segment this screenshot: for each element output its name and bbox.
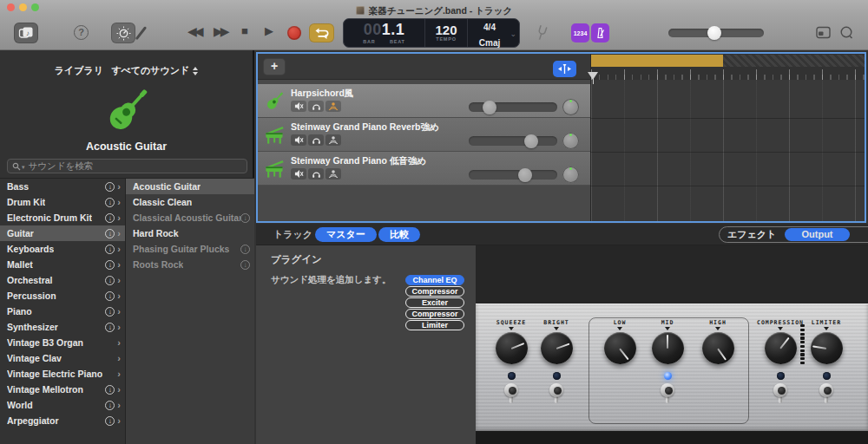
download-icon[interactable]: ↓ (105, 182, 115, 192)
stop-button[interactable]: ■ (241, 24, 248, 37)
track-row-harpsichord[interactable]: Harpsichord風 (258, 84, 590, 118)
tab-output[interactable]: Output (785, 228, 849, 241)
editors-pencil-icon[interactable] (135, 26, 147, 40)
sidebar-category-piano[interactable]: Piano↓› (0, 304, 125, 319)
download-icon[interactable]: ↓ (105, 416, 115, 426)
download-icon[interactable]: ↓ (240, 213, 250, 223)
sidebar-category-electronic-drum-kit[interactable]: Electronic Drum Kit↓› (0, 210, 125, 225)
sidebar-category-orchestral[interactable]: Orchestral↓› (0, 272, 125, 288)
amp-knob-bright[interactable] (541, 332, 573, 364)
amp-toggle-squeeze[interactable] (503, 383, 519, 406)
monitor-button[interactable] (326, 101, 341, 112)
sidebar-category-vintage-electric-piano[interactable]: Vintage Electric Piano› (0, 366, 125, 382)
download-icon[interactable]: ↓ (105, 213, 115, 223)
tab-eq[interactable]: EQ (851, 227, 868, 242)
plugin-button-compressor[interactable]: Compressor (405, 309, 464, 319)
amp-toggle-limiter[interactable] (819, 383, 834, 406)
display-mode-icon[interactable] (816, 26, 831, 39)
tab-item[interactable]: トラック (273, 228, 312, 241)
download-icon[interactable]: ↓ (105, 276, 115, 285)
patch-item-classical-acoustic-guitar[interactable]: Classical Acoustic Guitar↓ (126, 210, 254, 225)
monitor-button[interactable] (326, 168, 341, 180)
sidebar-category-drum-kit[interactable]: Drum Kit↓› (0, 194, 125, 210)
download-icon[interactable]: ↓ (105, 229, 115, 238)
download-icon[interactable]: ↓ (105, 385, 115, 395)
download-icon[interactable]: ↓ (105, 198, 115, 207)
plugin-button-exciter[interactable]: Exciter (405, 297, 464, 308)
sidebar-category-mallet[interactable]: Mallet↓› (0, 257, 125, 272)
quick-help-icon[interactable] (839, 25, 854, 40)
download-icon[interactable]: ↓ (240, 260, 250, 270)
mute-button[interactable] (291, 134, 306, 146)
pan-knob[interactable] (562, 166, 579, 183)
play-button[interactable]: ▶ (265, 24, 273, 37)
cycle-region[interactable] (591, 55, 723, 67)
tab-item[interactable]: 比較 (378, 227, 420, 242)
plugin-button-limiter[interactable]: Limiter (405, 320, 464, 330)
pan-knob[interactable] (562, 133, 579, 149)
download-icon[interactable]: ↓ (105, 245, 115, 254)
download-icon[interactable]: ↓ (105, 291, 115, 301)
sidebar-category-synthesizer[interactable]: Synthesizer↓› (0, 319, 125, 335)
sidebar-category-percussion[interactable]: Percussion↓› (0, 288, 125, 304)
lcd-display[interactable]: 001.1 BARBEAT 120 TEMPO 4/4 Cmaj ⌄ (343, 18, 520, 48)
track-volume-thumb[interactable] (483, 101, 496, 114)
sidebar-category-vintage-clav[interactable]: Vintage Clav› (0, 350, 125, 366)
tuning-fork-icon[interactable] (534, 24, 549, 42)
add-track-button[interactable]: + (263, 58, 286, 75)
amp-knob-low[interactable] (604, 332, 636, 364)
amp-toggle-mid[interactable] (660, 383, 675, 406)
library-button[interactable]: ♪ (14, 23, 38, 43)
library-filter[interactable]: すべてのサウンド (111, 65, 189, 75)
tab-item[interactable]: エフェクト (720, 227, 784, 242)
download-icon[interactable]: ↓ (105, 307, 115, 317)
sidebar-category-world[interactable]: World↓› (0, 397, 125, 413)
sort-toggle-icon[interactable] (193, 67, 198, 75)
patch-item-classic-clean[interactable]: Classic Clean (126, 194, 254, 210)
mute-button[interactable] (291, 101, 306, 112)
timeline-ruler[interactable]: 13579 (590, 54, 865, 80)
download-icon[interactable]: ↓ (105, 401, 115, 410)
record-button[interactable] (287, 26, 301, 40)
sidebar-category-keyboards[interactable]: Keyboards↓› (0, 241, 125, 257)
lcd-key-segment[interactable]: 4/4 Cmaj (468, 19, 511, 47)
count-in-button[interactable]: 1234 (571, 23, 589, 42)
sidebar-category-bass[interactable]: Bass↓› (0, 179, 125, 194)
amp-knob-high[interactable] (702, 332, 734, 364)
track-volume-thumb[interactable] (524, 134, 538, 148)
solo-button[interactable] (308, 134, 324, 146)
track-volume-slider[interactable] (469, 170, 557, 180)
track-row-steinway-grand-piano-reverb[interactable]: Steinway Grand Piano Reverb強め (258, 118, 590, 152)
solo-button[interactable] (308, 168, 324, 180)
track-row-steinway-grand-piano[interactable]: Steinway Grand Piano 低音強め (258, 152, 590, 186)
patch-item-phasing-guitar-plucks[interactable]: Phasing Guitar Plucks↓ (126, 241, 254, 257)
patch-item-acoustic-guitar[interactable]: Acoustic Guitar (126, 179, 254, 194)
amp-toggle-bright[interactable] (549, 383, 564, 406)
mute-button[interactable] (291, 168, 306, 180)
track-volume-slider[interactable] (469, 136, 557, 146)
sidebar-category-guitar[interactable]: Guitar↓› (0, 225, 125, 241)
lcd-position-segment[interactable]: 001.1 BARBEAT (344, 19, 425, 47)
patch-item-roots-rock[interactable]: Roots Rock↓ (126, 257, 254, 272)
smart-controls-button[interactable] (111, 23, 135, 43)
download-icon[interactable]: ↓ (105, 260, 115, 270)
cycle-button[interactable] (309, 23, 334, 42)
track-volume-thumb[interactable] (518, 168, 532, 182)
monitor-button[interactable] (326, 134, 341, 146)
amp-knob-mid[interactable] (652, 332, 684, 364)
search-input[interactable]: ▾ サウンドを検索 (7, 159, 247, 173)
amp-toggle-compression[interactable] (773, 383, 788, 406)
metronome-button[interactable] (591, 23, 609, 42)
patch-item-hard-rock[interactable]: Hard Rock (126, 225, 254, 241)
download-icon[interactable]: ↓ (105, 323, 115, 332)
sidebar-category-vintage-mellotron[interactable]: Vintage Mellotron↓› (0, 382, 125, 397)
master-volume-slider[interactable] (668, 29, 764, 37)
rewind-button[interactable]: ◀◀ (187, 24, 201, 38)
tab-item[interactable]: マスター (315, 227, 377, 242)
pan-knob[interactable] (562, 99, 579, 115)
lcd-chevron-down-icon[interactable]: ⌄ (510, 29, 516, 38)
plugin-button-channel-eq[interactable]: Channel EQ (405, 275, 464, 285)
track-volume-slider[interactable] (469, 102, 557, 112)
download-icon[interactable]: ↓ (240, 245, 250, 254)
catch-playhead-button[interactable] (553, 61, 576, 77)
